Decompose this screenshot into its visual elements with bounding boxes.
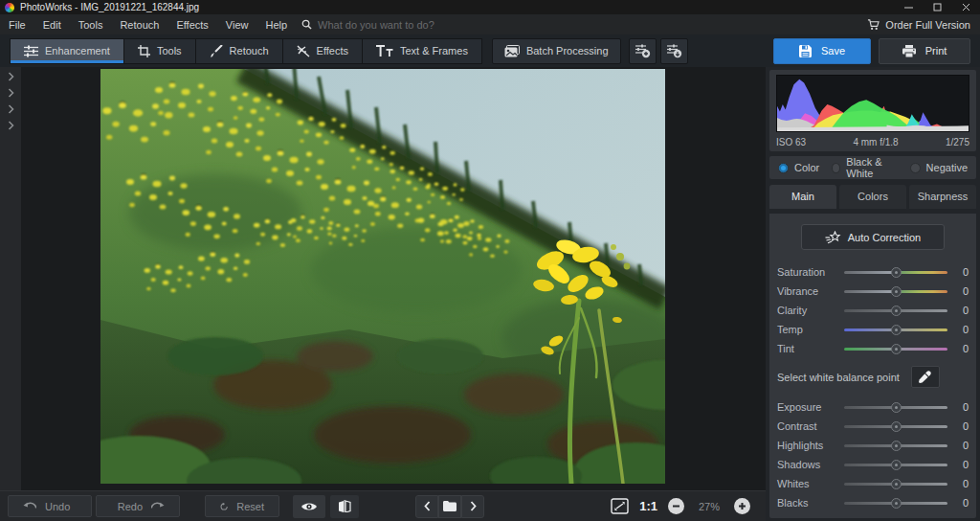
brush-icon xyxy=(210,45,223,57)
menu-item[interactable]: Retouch xyxy=(111,19,167,31)
order-full-version-button[interactable]: Order Full Version xyxy=(867,19,980,31)
menu-item[interactable]: File xyxy=(0,19,34,31)
zoom-in-button[interactable] xyxy=(734,498,750,514)
slider-handle[interactable] xyxy=(891,325,902,335)
adjustment-slider-row: Tint 0 xyxy=(777,339,969,358)
zoom-1-1-button[interactable]: 1:1 xyxy=(639,499,657,513)
title-bar: PhotoWorks - IMG_20191221_162844.jpg xyxy=(0,0,980,14)
plus-icon xyxy=(738,502,746,510)
slider-label: Blacks xyxy=(777,497,844,509)
slider-handle[interactable] xyxy=(891,306,902,316)
sliders-download-icon xyxy=(666,44,682,58)
color-mode-radio[interactable]: Color xyxy=(778,162,819,173)
tab-retouch[interactable]: Retouch xyxy=(196,38,283,64)
reset-button[interactable]: Reset xyxy=(205,495,279,517)
fit-screen-icon[interactable] xyxy=(611,498,629,514)
magic-wand-icon xyxy=(297,45,310,57)
slider-track[interactable] xyxy=(844,324,947,336)
slider-handle[interactable] xyxy=(891,286,902,297)
slider-track[interactable] xyxy=(844,401,947,414)
slider-handle[interactable] xyxy=(891,421,902,432)
slider-value: 0 xyxy=(955,478,969,489)
slider-label: Exposure xyxy=(777,401,844,413)
sliders-plus-icon xyxy=(635,44,651,58)
chevron-left-icon xyxy=(424,501,431,511)
menu-item[interactable]: View xyxy=(217,19,257,31)
menu-item[interactable]: Help xyxy=(256,19,296,31)
slider-value: 0 xyxy=(955,401,969,413)
expand-chevron-icon[interactable] xyxy=(8,104,14,114)
exif-iso: ISO 63 xyxy=(776,137,806,147)
close-button[interactable] xyxy=(951,0,980,14)
open-folder-button[interactable] xyxy=(438,495,461,518)
minimize-button[interactable] xyxy=(894,0,923,14)
expand-chevron-icon[interactable] xyxy=(8,121,14,130)
panel-tab[interactable]: Main xyxy=(769,185,836,209)
slider-track[interactable] xyxy=(844,497,947,510)
add-preset-button[interactable] xyxy=(629,38,657,64)
slider-track[interactable] xyxy=(844,343,947,355)
slider-track[interactable] xyxy=(844,305,947,317)
color-mode-radio[interactable]: Black & White xyxy=(832,156,897,179)
undo-button[interactable]: Undo xyxy=(8,495,92,517)
auto-correction-button[interactable]: Auto Correction xyxy=(801,224,945,250)
menu-bar: FileEditToolsRetouchEffectsViewHelp What… xyxy=(0,14,980,34)
slider-handle[interactable] xyxy=(891,498,902,509)
redo-button[interactable]: Redo xyxy=(96,495,180,517)
eyedropper-icon xyxy=(919,371,931,383)
zoom-level: 27% xyxy=(695,501,724,512)
slider-handle[interactable] xyxy=(891,460,902,470)
tab-tools[interactable]: Tools xyxy=(124,38,196,64)
tab-text-frames[interactable]: Text & Frames xyxy=(363,38,482,64)
save-icon xyxy=(799,45,812,57)
print-button[interactable]: Print xyxy=(879,38,970,64)
slider-label: Shadows xyxy=(777,459,844,470)
slider-track[interactable] xyxy=(844,478,947,490)
slider-value: 0 xyxy=(955,324,969,335)
panel-tab[interactable]: Colors xyxy=(839,185,906,209)
redo-icon xyxy=(151,502,165,511)
slider-handle[interactable] xyxy=(891,479,902,489)
white-balance-eyedropper-button[interactable] xyxy=(911,366,940,388)
save-button[interactable]: Save xyxy=(773,38,871,64)
preview-original-button[interactable] xyxy=(293,495,325,518)
slider-track[interactable] xyxy=(844,440,947,452)
text-icon xyxy=(376,45,393,57)
white-balance-label: Select white balance point xyxy=(777,372,900,383)
tab-enhancement[interactable]: Enhancement xyxy=(10,38,124,64)
menu-item[interactable]: Edit xyxy=(34,19,70,31)
adjustment-slider-row: Clarity 0 xyxy=(777,301,969,320)
preset-history-button[interactable] xyxy=(660,38,688,64)
zoom-out-button[interactable] xyxy=(668,498,684,514)
previous-photo-button[interactable] xyxy=(415,495,438,518)
slider-label: Temp xyxy=(777,324,844,335)
slider-handle[interactable] xyxy=(891,267,902,278)
next-photo-button[interactable] xyxy=(461,495,484,518)
tab-effects[interactable]: Effects xyxy=(283,38,363,64)
batch-processing-button[interactable]: Batch Processing xyxy=(492,38,621,64)
maximize-button[interactable] xyxy=(923,0,951,14)
panel-tab[interactable]: Sharpness xyxy=(909,185,976,209)
search-box[interactable]: What do you want to do? xyxy=(301,19,434,31)
slider-track[interactable] xyxy=(844,285,947,298)
color-mode-radio[interactable]: Negative xyxy=(910,162,968,173)
slider-track[interactable] xyxy=(844,459,947,471)
expand-chevron-icon[interactable] xyxy=(8,88,14,98)
slider-handle[interactable] xyxy=(891,402,902,413)
expand-chevron-icon[interactable] xyxy=(8,72,14,81)
slider-handle[interactable] xyxy=(891,441,902,451)
slider-track[interactable] xyxy=(844,420,947,433)
adjustment-slider-row: Vibrance 0 xyxy=(777,282,969,301)
minus-icon xyxy=(672,502,680,510)
search-icon xyxy=(301,19,312,30)
bottom-toolbar: Undo Redo Reset xyxy=(0,490,766,521)
menu-item[interactable]: Tools xyxy=(70,19,112,31)
photo-canvas[interactable] xyxy=(21,67,766,490)
menu-item[interactable]: Effects xyxy=(167,19,216,31)
undo-icon xyxy=(23,502,36,511)
before-after-compare-button[interactable] xyxy=(330,495,359,518)
printer-icon xyxy=(902,45,916,57)
slider-handle[interactable] xyxy=(891,344,902,354)
slider-label: Clarity xyxy=(777,305,844,316)
slider-track[interactable] xyxy=(844,266,947,279)
